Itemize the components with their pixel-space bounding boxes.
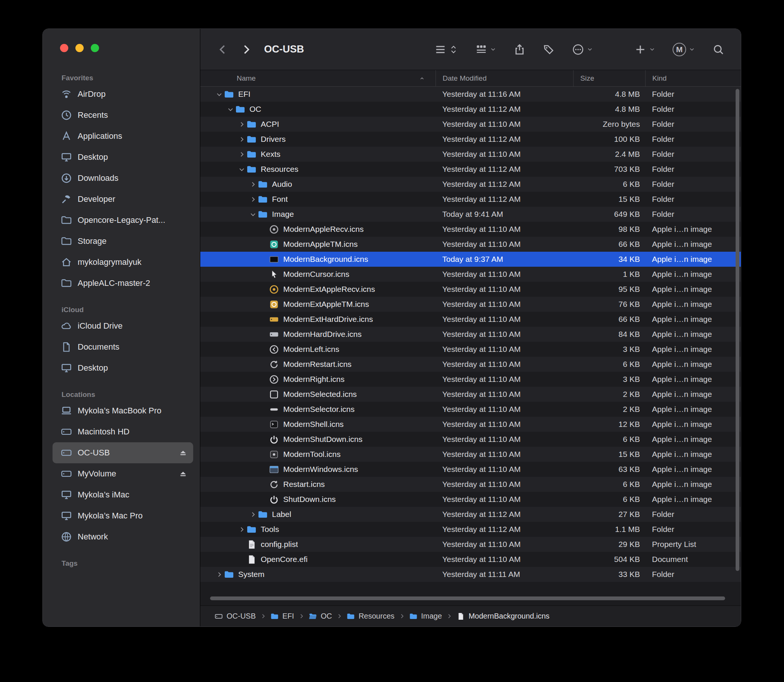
disclosure-chevron-icon[interactable] <box>248 209 258 219</box>
file-row-modernbackground-icns[interactable]: ModernBackground.icns Today at 9:37 AM 3… <box>200 252 741 267</box>
column-header-name[interactable]: Name <box>200 70 435 86</box>
plus-icon <box>634 43 646 56</box>
sidebar-item-developer[interactable]: Developer <box>53 189 193 210</box>
group-button[interactable] <box>475 43 496 56</box>
eject-icon[interactable] <box>178 469 188 479</box>
forward-button[interactable] <box>239 40 253 59</box>
sidebar-item-myvolume[interactable]: MyVolume <box>53 463 193 484</box>
disclosure-chevron-icon[interactable] <box>225 104 235 114</box>
path-bar-item-oc-usb[interactable]: OC-USB <box>215 612 256 620</box>
sidebar-item-icloud-drive[interactable]: iCloud Drive <box>53 316 193 336</box>
disclosure-chevron-icon[interactable] <box>214 569 224 579</box>
sidebar-item-downloads[interactable]: Downloads <box>53 168 193 189</box>
file-row-modernleft-icns[interactable]: ModernLeft.icns Yesterday at 11:10 AM 3 … <box>200 342 741 357</box>
path-bar-item-image[interactable]: Image <box>409 612 442 620</box>
minimize-button[interactable] <box>75 44 84 52</box>
back-button[interactable] <box>215 40 230 59</box>
file-row-moderncursor-icns[interactable]: ModernCursor.icns Yesterday at 11:10 AM … <box>200 267 741 282</box>
file-row-opencore-efi[interactable]: OpenCore.efi Yesterday at 11:10 AM 504 K… <box>200 552 741 567</box>
file-row-resources[interactable]: Resources Yesterday at 11:12 AM 703 KB F… <box>200 162 741 177</box>
file-row-modernright-icns[interactable]: ModernRight.icns Yesterday at 11:10 AM 3… <box>200 372 741 387</box>
sidebar-item-mykola-s-macbook-pro[interactable]: Mykola’s MacBook Pro <box>53 400 193 421</box>
path-bar-item-efi[interactable]: EFI <box>271 612 294 620</box>
file-row-modernwindows-icns[interactable]: ModernWindows.icns Yesterday at 11:10 AM… <box>200 462 741 477</box>
file-row-modernshell-icns[interactable]: ModernShell.icns Yesterday at 11:10 AM 1… <box>200 417 741 432</box>
sidebar-item-documents[interactable]: Documents <box>53 336 193 357</box>
file-row-modernapplerecv-icns[interactable]: ModernAppleRecv.icns Yesterday at 11:10 … <box>200 222 741 237</box>
sidebar-item-mykola-s-mac-pro[interactable]: Mykola’s Mac Pro <box>53 505 193 526</box>
search-button[interactable] <box>712 43 724 56</box>
file-row-acpi[interactable]: ACPI Yesterday at 11:10 AM Zero bytes Fo… <box>200 117 741 132</box>
column-header-date-modified[interactable]: Date Modified <box>435 70 573 86</box>
column-header-kind[interactable]: Kind <box>645 70 741 86</box>
file-row-system[interactable]: System Yesterday at 11:11 AM 33 KB Folde… <box>200 567 741 582</box>
download-icon <box>61 172 72 184</box>
path-bar-item-resources[interactable]: Resources <box>347 612 395 620</box>
disclosure-chevron-icon[interactable] <box>237 149 247 159</box>
file-row-modernextharddrive-icns[interactable]: ModernExtHardDrive.icns Yesterday at 11:… <box>200 312 741 327</box>
file-row-modernrestart-icns[interactable]: ModernRestart.icns Yesterday at 11:10 AM… <box>200 357 741 372</box>
disclosure-chevron-icon[interactable] <box>237 524 247 534</box>
file-row-restart-icns[interactable]: Restart.icns Yesterday at 11:10 AM 6 KB … <box>200 477 741 492</box>
sidebar-item-applealc-master-2[interactable]: AppleALC-master-2 <box>53 273 193 294</box>
date-modified: Yesterday at 11:10 AM <box>435 330 573 339</box>
file-row-shutdown-icns[interactable]: ShutDown.icns Yesterday at 11:10 AM 6 KB… <box>200 492 741 507</box>
file-row-modernshutdown-icns[interactable]: ModernShutDown.icns Yesterday at 11:10 A… <box>200 432 741 447</box>
disclosure-chevron-icon[interactable] <box>214 89 224 99</box>
file-row-oc[interactable]: OC Yesterday at 11:12 AM 4.8 MB Folder <box>200 102 741 117</box>
close-button[interactable] <box>60 44 68 52</box>
file-row-moderntool-icns[interactable]: ModernTool.icns Yesterday at 11:10 AM 15… <box>200 447 741 462</box>
sidebar-item-recents[interactable]: Recents <box>53 105 193 126</box>
file-row-modernselected-icns[interactable]: ModernSelected.icns Yesterday at 11:10 A… <box>200 387 741 402</box>
sidebar-item-opencore-legacy-pat[interactable]: Opencore-Legacy-Pat... <box>53 210 193 231</box>
disclosure-chevron-icon[interactable] <box>248 510 258 519</box>
file-row-config-plist[interactable]: config.plist Yesterday at 11:10 AM 29 KB… <box>200 537 741 552</box>
tags-button[interactable] <box>543 43 555 56</box>
file-row-modernselector-icns[interactable]: ModernSelector.icns Yesterday at 11:10 A… <box>200 402 741 417</box>
vertical-scrollbar[interactable] <box>736 89 739 571</box>
file-row-modernextapplerecv-icns[interactable]: ModernExtAppleRecv.icns Yesterday at 11:… <box>200 282 741 297</box>
disclosure-chevron-icon[interactable] <box>237 134 247 144</box>
path-bar-item-modernbackground-icns[interactable]: ModernBackground.icns <box>457 612 550 620</box>
more-options-button[interactable] <box>572 43 593 56</box>
view-options-button[interactable] <box>434 43 458 56</box>
disclosure-chevron-icon[interactable] <box>237 119 247 129</box>
column-header-size[interactable]: Size <box>573 70 645 86</box>
disclosure-chevron-icon[interactable] <box>248 179 258 189</box>
zoom-button[interactable] <box>91 44 99 52</box>
sidebar-item-applications[interactable]: Applications <box>53 126 193 147</box>
sidebar-item-mykola-s-imac[interactable]: Mykola’s iMac <box>53 484 193 505</box>
file-size: 6 KB <box>573 180 645 189</box>
horizontal-scrollbar[interactable] <box>210 596 725 600</box>
name-cell: ModernSelected.icns <box>200 389 435 400</box>
file-row-kexts[interactable]: Kexts Yesterday at 11:10 AM 2.4 MB Folde… <box>200 147 741 162</box>
sidebar-item-mykolagrymalyuk[interactable]: mykolagrymalyuk <box>53 252 193 273</box>
sidebar-item-network[interactable]: Network <box>53 526 193 547</box>
eject-icon[interactable] <box>178 448 188 458</box>
chevron-right-icon <box>240 43 252 56</box>
file-row-modernharddrive-icns[interactable]: ModernHardDrive.icns Yesterday at 11:10 … <box>200 327 741 342</box>
file-row-audio[interactable]: Audio Yesterday at 11:12 AM 6 KB Folder <box>200 177 741 192</box>
sidebar-item-desktop[interactable]: Desktop <box>53 357 193 379</box>
path-bar-item-oc[interactable]: OC <box>309 612 332 620</box>
chevron-right-icon <box>260 613 266 619</box>
disclosure-chevron-icon[interactable] <box>237 164 247 174</box>
file-row-efi[interactable]: EFI Yesterday at 11:16 AM 4.8 MB Folder <box>200 87 741 102</box>
sidebar-item-macintosh-hd[interactable]: Macintosh HD <box>53 421 193 442</box>
new-folder-button[interactable] <box>634 43 655 56</box>
file-kind: Apple i…n image <box>645 285 741 294</box>
share-button[interactable] <box>513 43 526 56</box>
file-row-modernappletm-icns[interactable]: ModernAppleTM.icns Yesterday at 11:10 AM… <box>200 237 741 252</box>
sidebar-item-storage[interactable]: Storage <box>53 231 193 252</box>
file-row-image[interactable]: Image Today at 9:41 AM 649 KB Folder <box>200 207 741 222</box>
file-row-label[interactable]: Label Yesterday at 11:12 AM 27 KB Folder <box>200 507 741 522</box>
file-row-font[interactable]: Font Yesterday at 11:12 AM 15 KB Folder <box>200 192 741 207</box>
disclosure-chevron-icon[interactable] <box>248 194 258 204</box>
sidebar-item-desktop[interactable]: Desktop <box>53 147 193 168</box>
account-button[interactable]: M <box>672 43 695 56</box>
sidebar-item-airdrop[interactable]: AirDrop <box>53 84 193 105</box>
sidebar-item-oc-usb[interactable]: OC-USB <box>53 442 193 463</box>
file-row-drivers[interactable]: Drivers Yesterday at 11:12 AM 100 KB Fol… <box>200 132 741 147</box>
file-row-modernextappletm-icns[interactable]: ModernExtAppleTM.icns Yesterday at 11:10… <box>200 297 741 312</box>
file-row-tools[interactable]: Tools Yesterday at 11:12 AM 1.1 MB Folde… <box>200 522 741 537</box>
